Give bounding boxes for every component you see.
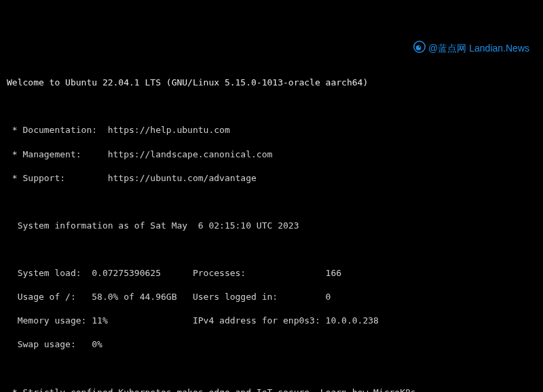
sys-row-4: Swap usage: 0% xyxy=(7,338,536,351)
sysinfo-header: System information as of Sat May 6 02:15… xyxy=(7,220,536,232)
blank xyxy=(7,243,536,256)
support-link: * Support: https://ubuntu.com/advantage xyxy=(7,172,536,184)
watermark-url: Landian.News xyxy=(469,42,529,55)
sys-row-2: Usage of /: 58.0% of 44.96GB Users logge… xyxy=(7,291,536,303)
watermark-handle: @蓝点网 xyxy=(428,42,466,55)
microk8s-1: * Strictly confined Kubernetes makes edg… xyxy=(7,387,536,393)
sys-row-3: Memory usage: 11% IPv4 address for enp0s… xyxy=(7,315,536,327)
doc-link: * Documentation: https://help.ubuntu.com xyxy=(7,124,536,136)
weibo-icon xyxy=(413,41,426,56)
svg-point-1 xyxy=(416,45,422,51)
mgmt-link: * Management: https://landscape.canonica… xyxy=(7,149,536,161)
terminal-screen: { "watermark": { "handle": "@蓝点网", "url"… xyxy=(0,0,543,392)
sys-row-1: System load: 0.07275390625 Processes: 16… xyxy=(7,267,536,279)
blank xyxy=(7,362,536,374)
welcome-line: Welcome to Ubuntu 22.04.1 LTS (GNU/Linux… xyxy=(7,77,536,89)
blank xyxy=(7,196,536,208)
svg-point-2 xyxy=(419,46,420,47)
blank xyxy=(7,100,536,113)
watermark: @蓝点网 Landian.News xyxy=(413,41,529,56)
